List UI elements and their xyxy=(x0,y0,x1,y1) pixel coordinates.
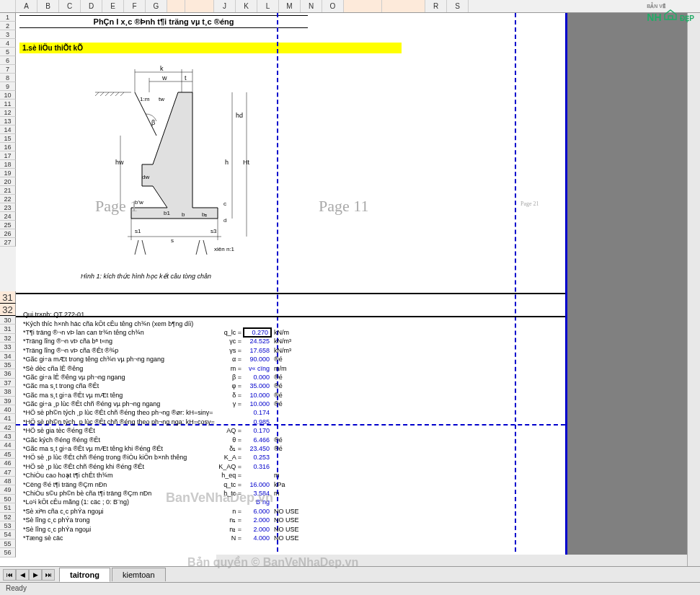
row-52[interactable]: 52 xyxy=(0,513,16,521)
row-21[interactable]: 21 xyxy=(0,186,16,195)
row-44[interactable]: 44 xyxy=(0,441,16,449)
col-hidden-3[interactable] xyxy=(344,0,382,12)
row-56[interactable]: 56 xyxy=(0,548,16,557)
row-34[interactable]: 34 xyxy=(0,352,16,361)
row-49[interactable]: 49 xyxy=(0,485,16,494)
data-row-2[interactable]: *T¶i träng ®¬n vÞ lan can tr¾n têng ch¾n… xyxy=(23,328,308,337)
data-value[interactable]: 23.450 xyxy=(243,445,272,452)
row-41[interactable]: 41 xyxy=(0,414,16,423)
data-value[interactable]: 2.000 xyxy=(243,526,272,533)
row-43[interactable]: 43 xyxy=(0,432,16,441)
data-value[interactable]: 90.000 xyxy=(243,356,272,363)
data-row-13[interactable]: *HÖ sè gia tèc ®éng ®ÊtAQ =0.170 xyxy=(23,426,308,435)
row-18[interactable]: 18 xyxy=(0,160,16,169)
data-row-24[interactable]: *Sè lîng c¸c phÝa ngoµin₂ =2.000NO USE xyxy=(23,524,308,533)
col-F[interactable]: F xyxy=(124,0,146,12)
data-row-19[interactable]: *Cëng ®é t¶i träng ®Çm nÐnq_tc =16.000kP… xyxy=(23,480,308,488)
col-G[interactable]: G xyxy=(146,0,167,12)
row-51[interactable]: 51 xyxy=(0,503,16,512)
row-30[interactable]: 30 xyxy=(0,316,16,325)
col-C[interactable]: C xyxy=(59,0,81,12)
row-7[interactable]: 7 xyxy=(0,65,16,74)
data-value[interactable]: 0.000 xyxy=(243,374,272,381)
tab-prev-button[interactable]: ◀ xyxy=(16,569,29,581)
data-row-20[interactable]: *ChiÒu s©u ph©n bè cña t¶i träng ®Çm nÐn… xyxy=(23,489,308,498)
sheet-tab-kiemtoan[interactable]: kiemtoan xyxy=(112,568,166,581)
data-row-14[interactable]: *Gãc kých ®éng ®éng ®Êtθ =6.466®é xyxy=(23,435,308,444)
row-36[interactable]: 36 xyxy=(0,369,16,378)
row-42[interactable]: 42 xyxy=(0,423,16,432)
data-row-15[interactable]: *Gãc ma s¸t gi÷a ®Êt vµ mÆt têng khi ®én… xyxy=(23,444,308,453)
data-value[interactable]: 0.270 xyxy=(243,327,272,338)
row-25[interactable]: 25 xyxy=(0,221,16,229)
row-17[interactable]: 17 xyxy=(0,151,16,160)
row-38[interactable]: 38 xyxy=(0,387,16,396)
row-32[interactable]: 32 xyxy=(0,334,16,343)
row-47[interactable]: 47 xyxy=(0,468,16,477)
row-37[interactable]: 37 xyxy=(0,379,16,387)
row-26[interactable]: 26 xyxy=(0,229,16,238)
tab-first-button[interactable]: ⏮ xyxy=(3,569,16,581)
data-row-9[interactable]: *Gãc ma s¸t gi÷a ®Êt vµ mÆt têngδ =10.00… xyxy=(23,391,308,400)
data-row-23[interactable]: *Sè lîng c¸c phÝa trongn₁ =2.000NO USE xyxy=(23,516,308,524)
data-value[interactable]: 0.985 xyxy=(243,418,272,426)
data-value[interactable]: 6.000 xyxy=(243,508,272,515)
row-50[interactable]: 50 xyxy=(0,495,16,503)
data-row-12[interactable]: *HÖ sè ph©n tých ¸p lùc ®Êt chñ ®éng the… xyxy=(23,418,308,426)
row-19[interactable]: 19 xyxy=(0,169,16,177)
row-13[interactable]: 13 xyxy=(0,117,16,125)
row-55[interactable]: 55 xyxy=(0,539,16,548)
data-value[interactable]: 0.170 xyxy=(243,427,272,434)
row-31-sel[interactable]: 31 xyxy=(0,291,16,304)
row-20[interactable]: 20 xyxy=(0,177,16,186)
col-O[interactable]: O xyxy=(322,0,344,12)
col-E[interactable]: E xyxy=(102,0,124,12)
data-row-10[interactable]: *Gãc gi÷a ¸p lùc ®Êt chñ ®éng vµ ph¬ng n… xyxy=(23,400,308,408)
col-hidden-4[interactable] xyxy=(382,0,425,12)
col-S[interactable]: S xyxy=(447,0,469,12)
data-row-1[interactable]: *Kých thíc h×nh häc cña kÕt cÊu têng ch¾… xyxy=(23,319,308,327)
data-row-0[interactable]: Qui tr×nh: QT 272-01 xyxy=(23,310,308,319)
data-value[interactable]: B¨ng xyxy=(243,498,272,506)
row-3[interactable]: 3 xyxy=(0,30,16,39)
data-value[interactable]: 2.000 xyxy=(243,516,272,524)
tab-next-button[interactable]: ▶ xyxy=(29,569,42,581)
horizontal-scrollbar[interactable] xyxy=(216,555,687,566)
col-R[interactable]: R xyxy=(425,0,447,12)
data-row-25[interactable]: *Tæng sè cäcN =4.000NO USE xyxy=(23,534,308,542)
data-value[interactable]: 24.525 xyxy=(243,338,272,345)
row-1[interactable]: 1 xyxy=(0,13,16,22)
data-value[interactable]: 3.584 xyxy=(243,490,272,497)
vertical-scrollbar[interactable] xyxy=(687,13,700,566)
row-46[interactable]: 46 xyxy=(0,459,16,467)
row-54[interactable]: 54 xyxy=(0,530,16,539)
col-B[interactable]: B xyxy=(37,0,59,12)
row-2[interactable]: 2 xyxy=(0,22,16,30)
data-row-7[interactable]: *Gãc gi÷a lÊ ®êng vµ ph¬ng ngangβ =0.000… xyxy=(23,373,308,382)
row-35[interactable]: 35 xyxy=(0,361,16,369)
row-14[interactable]: 14 xyxy=(0,125,16,134)
row-10[interactable]: 10 xyxy=(0,91,16,100)
data-value[interactable]: 6.466 xyxy=(243,436,272,444)
row-4[interactable]: 4 xyxy=(0,39,16,48)
data-value[interactable]: 10.000 xyxy=(243,392,272,399)
row-53[interactable]: 53 xyxy=(0,521,16,530)
row-48[interactable]: 48 xyxy=(0,477,16,485)
col-M[interactable]: M xyxy=(279,0,301,12)
data-value[interactable]: 0.316 xyxy=(243,463,272,470)
data-value[interactable]: 10.000 xyxy=(243,400,272,407)
data-row-16[interactable]: *HÖ sè ¸p lùc ®Êt chñ ®éng trong ®iÒu ki… xyxy=(23,453,308,462)
select-all-corner[interactable] xyxy=(0,0,16,12)
data-value[interactable]: 4.000 xyxy=(243,534,272,542)
row-5[interactable]: 5 xyxy=(0,48,16,56)
data-row-21[interactable]: *Lo¹i kÕt cÊu mãng (1: cäc ; 0: B¨ng)B¨n… xyxy=(23,498,308,506)
row-32-sel[interactable]: 32 xyxy=(0,304,16,316)
row-22[interactable]: 22 xyxy=(0,195,16,203)
data-row-17[interactable]: *HÖ sè ¸p lùc ®Êt chñ ®éng khi ®éng ®ÊtK… xyxy=(23,462,308,471)
data-row-8[interactable]: *Gãc ma s¸t trong cña ®Êtφ =35.000®é xyxy=(23,382,308,390)
row-6[interactable]: 6 xyxy=(0,56,16,65)
col-K[interactable]: K xyxy=(236,0,257,12)
row-24[interactable]: 24 xyxy=(0,212,16,221)
row-16[interactable]: 16 xyxy=(0,143,16,151)
data-value[interactable]: 0.253 xyxy=(243,454,272,461)
